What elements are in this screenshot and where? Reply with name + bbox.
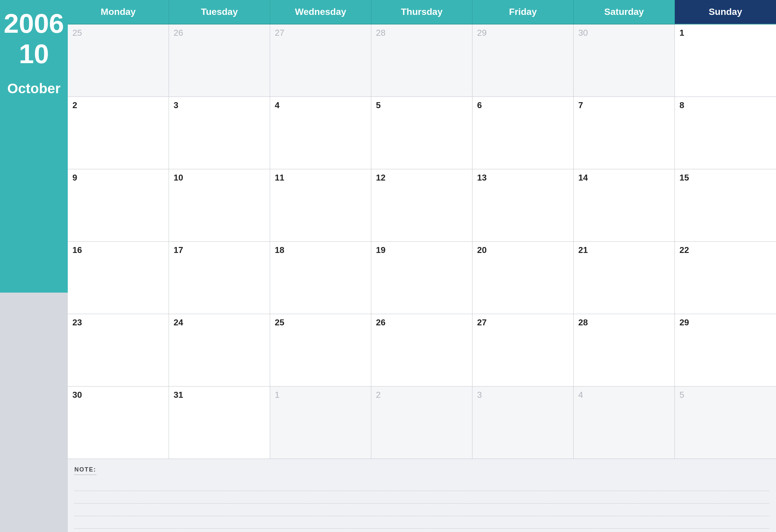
- calendar-cell[interactable]: 18: [270, 242, 371, 314]
- cell-date: 6: [477, 100, 482, 110]
- cell-date: 14: [578, 173, 588, 183]
- calendar-cell[interactable]: 6: [472, 97, 574, 169]
- cell-date: 24: [174, 317, 183, 327]
- cell-date: 11: [275, 173, 284, 183]
- calendar-cell[interactable]: 21: [574, 242, 675, 314]
- calendar-cell[interactable]: 22: [675, 242, 776, 314]
- calendar-cell[interactable]: 2: [371, 386, 472, 459]
- calendar-cell[interactable]: 5: [675, 386, 776, 459]
- notes-line[interactable]: [74, 516, 769, 529]
- calendar-cell[interactable]: 7: [574, 97, 675, 169]
- calendar-cell[interactable]: 16: [68, 242, 169, 314]
- notes-label: NOTE:: [74, 466, 96, 475]
- cell-date: 4: [578, 390, 583, 400]
- calendar-cell[interactable]: 25: [270, 314, 371, 386]
- cell-date: 29: [680, 317, 689, 327]
- calendar-cell[interactable]: 10: [169, 169, 270, 242]
- cell-date: 16: [72, 245, 82, 255]
- cell-date: 18: [275, 245, 284, 255]
- sidebar-month-num: 10: [19, 40, 49, 67]
- day-headers: MondayTuesdayWednesdayThursdayFridaySatu…: [68, 0, 776, 24]
- calendar-wrapper: 2006 10 October MondayTuesdayWednesdayTh…: [0, 0, 776, 532]
- cell-date: 9: [72, 173, 77, 183]
- calendar-cell[interactable]: 25: [68, 24, 169, 97]
- calendar-cell[interactable]: 29: [472, 24, 574, 97]
- calendar-cell[interactable]: 4: [270, 97, 371, 169]
- day-header-wednesday: Wednesday: [270, 0, 371, 24]
- notes-lines: [74, 479, 769, 529]
- cell-date: 27: [477, 317, 487, 327]
- cell-date: 28: [578, 317, 588, 327]
- notes-line[interactable]: [74, 479, 769, 491]
- calendar-cell[interactable]: 5: [371, 97, 472, 169]
- cell-date: 25: [72, 28, 82, 38]
- calendar-cell[interactable]: 31: [169, 386, 270, 459]
- calendar-cell[interactable]: 24: [169, 314, 270, 386]
- calendar-cell[interactable]: 27: [472, 314, 574, 386]
- calendar-cell[interactable]: 28: [574, 314, 675, 386]
- cell-date: 1: [275, 390, 279, 400]
- calendar-cell[interactable]: 28: [371, 24, 472, 97]
- calendar-cell[interactable]: 4: [574, 386, 675, 459]
- calendar-cell[interactable]: 9: [68, 169, 169, 242]
- calendar-cell[interactable]: 14: [574, 169, 675, 242]
- sidebar-year: 2006: [4, 10, 64, 37]
- cell-date: 10: [174, 173, 183, 183]
- cell-date: 29: [477, 28, 487, 38]
- cell-date: 28: [376, 28, 386, 38]
- day-header-tuesday: Tuesday: [169, 0, 270, 24]
- calendar-cell[interactable]: 3: [472, 386, 574, 459]
- calendar-cell[interactable]: 30: [574, 24, 675, 97]
- notes-line[interactable]: [74, 491, 769, 504]
- main-area: MondayTuesdayWednesdayThursdayFridaySatu…: [68, 0, 776, 532]
- calendar-cell[interactable]: 15: [675, 169, 776, 242]
- calendar-cell[interactable]: 26: [371, 314, 472, 386]
- calendar-cell[interactable]: 2: [68, 97, 169, 169]
- cell-date: 2: [72, 100, 77, 110]
- calendar-cell[interactable]: 1: [675, 24, 776, 97]
- calendar-cell[interactable]: 1: [270, 386, 371, 459]
- calendar-cell[interactable]: 26: [169, 24, 270, 97]
- cell-date: 26: [376, 317, 386, 327]
- cell-date: 5: [680, 390, 684, 400]
- calendar-cell[interactable]: 13: [472, 169, 574, 242]
- calendar-cell[interactable]: 8: [675, 97, 776, 169]
- calendar-cell[interactable]: 23: [68, 314, 169, 386]
- cell-date: 21: [578, 245, 588, 255]
- cell-date: 13: [477, 173, 487, 183]
- sidebar-month-name: October: [7, 81, 60, 97]
- calendar-cell[interactable]: 17: [169, 242, 270, 314]
- day-header-friday: Friday: [472, 0, 574, 24]
- cell-date: 26: [174, 28, 183, 38]
- cell-date: 15: [680, 173, 689, 183]
- cell-date: 17: [174, 245, 183, 255]
- cell-date: 5: [376, 100, 381, 110]
- day-header-thursday: Thursday: [371, 0, 472, 24]
- cell-date: 25: [275, 317, 284, 327]
- calendar-cell[interactable]: 19: [371, 242, 472, 314]
- calendar-cell[interactable]: 30: [68, 386, 169, 459]
- cell-date: 12: [376, 173, 386, 183]
- calendar-cell[interactable]: 20: [472, 242, 574, 314]
- sidebar: 2006 10 October: [0, 0, 68, 532]
- day-header-saturday: Saturday: [574, 0, 675, 24]
- cell-date: 3: [174, 100, 178, 110]
- day-header-monday: Monday: [68, 0, 169, 24]
- cell-date: 19: [376, 245, 386, 255]
- cell-date: 8: [680, 100, 684, 110]
- calendar-cell[interactable]: 27: [270, 24, 371, 97]
- calendar-cell[interactable]: 3: [169, 97, 270, 169]
- calendar-cell[interactable]: 29: [675, 314, 776, 386]
- calendar-cell[interactable]: 11: [270, 169, 371, 242]
- cell-date: 4: [275, 100, 279, 110]
- cell-date: 30: [578, 28, 588, 38]
- cell-date: 7: [578, 100, 583, 110]
- day-header-sunday: Sunday: [675, 0, 776, 24]
- cell-date: 2: [376, 390, 381, 400]
- calendar-cell[interactable]: 12: [371, 169, 472, 242]
- cell-date: 27: [275, 28, 284, 38]
- cell-date: 1: [680, 28, 684, 38]
- notes-line[interactable]: [74, 504, 769, 516]
- notes-section: NOTE:: [68, 459, 776, 532]
- calendar-grid: 2526272829301234567891011121314151617181…: [68, 24, 776, 459]
